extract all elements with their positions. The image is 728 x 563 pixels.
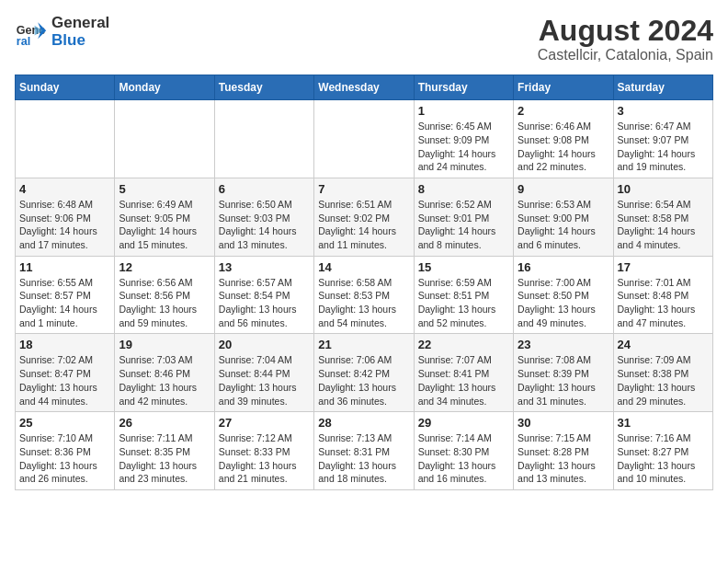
day-number: 26	[119, 416, 210, 430]
day-info: Sunrise: 7:09 AM Sunset: 8:38 PM Dayligh…	[618, 353, 709, 408]
calendar-cell: 27Sunrise: 7:12 AM Sunset: 8:33 PM Dayli…	[214, 412, 313, 490]
day-info: Sunrise: 6:45 AM Sunset: 9:09 PM Dayligh…	[418, 120, 509, 174]
calendar-cell	[314, 100, 414, 178]
calendar-cell: 13Sunrise: 6:57 AM Sunset: 8:54 PM Dayli…	[214, 256, 313, 334]
day-number: 4	[19, 182, 110, 196]
calendar-week-row: 1Sunrise: 6:45 AM Sunset: 9:09 PM Daylig…	[16, 100, 713, 178]
page-title: August 2024	[538, 15, 713, 47]
calendar-cell: 30Sunrise: 7:15 AM Sunset: 8:28 PM Dayli…	[514, 412, 613, 490]
day-number: 24	[618, 338, 709, 351]
weekday-header: Sunday	[16, 75, 115, 100]
calendar-cell: 6Sunrise: 6:50 AM Sunset: 9:03 PM Daylig…	[214, 178, 313, 256]
day-info: Sunrise: 7:15 AM Sunset: 8:28 PM Dayligh…	[518, 431, 609, 486]
day-info: Sunrise: 7:14 AM Sunset: 8:30 PM Dayligh…	[418, 431, 509, 486]
day-info: Sunrise: 6:49 AM Sunset: 9:05 PM Dayligh…	[119, 198, 210, 252]
day-info: Sunrise: 6:47 AM Sunset: 9:07 PM Dayligh…	[618, 120, 709, 174]
calendar-cell: 12Sunrise: 6:56 AM Sunset: 8:56 PM Dayli…	[115, 256, 214, 334]
day-number: 16	[518, 260, 609, 274]
logo-line1: General	[51, 15, 109, 32]
day-number: 5	[119, 182, 210, 196]
calendar-cell: 8Sunrise: 6:52 AM Sunset: 9:01 PM Daylig…	[414, 178, 513, 256]
day-info: Sunrise: 7:10 AM Sunset: 8:36 PM Dayligh…	[19, 431, 110, 486]
day-info: Sunrise: 6:53 AM Sunset: 9:00 PM Dayligh…	[518, 198, 609, 252]
day-number: 22	[418, 338, 509, 351]
day-info: Sunrise: 7:00 AM Sunset: 8:50 PM Dayligh…	[518, 276, 609, 330]
logo: Gene ral General Blue	[15, 15, 109, 49]
day-number: 23	[518, 338, 609, 351]
day-number: 10	[618, 182, 709, 196]
calendar-cell: 7Sunrise: 6:51 AM Sunset: 9:02 PM Daylig…	[314, 178, 414, 256]
day-number: 6	[219, 182, 310, 196]
day-info: Sunrise: 6:51 AM Sunset: 9:02 PM Dayligh…	[318, 198, 409, 252]
svg-text:ral: ral	[17, 35, 30, 48]
calendar-cell: 1Sunrise: 6:45 AM Sunset: 9:09 PM Daylig…	[414, 100, 513, 178]
calendar-cell: 22Sunrise: 7:07 AM Sunset: 8:41 PM Dayli…	[414, 334, 513, 412]
title-block: August 2024 Castellcir, Catalonia, Spain	[538, 15, 713, 63]
calendar-cell: 10Sunrise: 6:54 AM Sunset: 8:58 PM Dayli…	[613, 178, 712, 256]
day-number: 25	[19, 416, 110, 430]
weekday-header: Tuesday	[214, 75, 313, 100]
calendar-cell: 23Sunrise: 7:08 AM Sunset: 8:39 PM Dayli…	[514, 334, 613, 412]
calendar-cell: 26Sunrise: 7:11 AM Sunset: 8:35 PM Dayli…	[115, 412, 214, 490]
day-info: Sunrise: 6:50 AM Sunset: 9:03 PM Dayligh…	[219, 198, 310, 252]
calendar-cell: 25Sunrise: 7:10 AM Sunset: 8:36 PM Dayli…	[16, 412, 115, 490]
day-number: 21	[318, 338, 409, 351]
day-number: 11	[19, 260, 110, 274]
logo-icon: Gene ral	[15, 16, 48, 49]
weekday-header: Wednesday	[314, 75, 414, 100]
day-info: Sunrise: 6:54 AM Sunset: 8:58 PM Dayligh…	[618, 198, 709, 252]
day-number: 28	[318, 416, 409, 430]
day-number: 17	[618, 260, 709, 274]
day-number: 13	[219, 260, 310, 274]
logo-line2: Blue	[51, 32, 109, 50]
day-info: Sunrise: 7:12 AM Sunset: 8:33 PM Dayligh…	[219, 431, 310, 486]
calendar-cell: 16Sunrise: 7:00 AM Sunset: 8:50 PM Dayli…	[514, 256, 613, 334]
calendar-week-row: 4Sunrise: 6:48 AM Sunset: 9:06 PM Daylig…	[16, 178, 713, 256]
day-info: Sunrise: 7:07 AM Sunset: 8:41 PM Dayligh…	[418, 353, 509, 408]
day-number: 29	[418, 416, 509, 430]
calendar-cell: 14Sunrise: 6:58 AM Sunset: 8:53 PM Dayli…	[314, 256, 414, 334]
page-subtitle: Castellcir, Catalonia, Spain	[538, 47, 713, 63]
day-info: Sunrise: 6:48 AM Sunset: 9:06 PM Dayligh…	[19, 198, 110, 252]
calendar-cell: 17Sunrise: 7:01 AM Sunset: 8:48 PM Dayli…	[613, 256, 712, 334]
day-number: 7	[318, 182, 409, 196]
calendar-cell: 2Sunrise: 6:46 AM Sunset: 9:08 PM Daylig…	[514, 100, 613, 178]
day-info: Sunrise: 7:04 AM Sunset: 8:44 PM Dayligh…	[219, 353, 310, 408]
day-number: 8	[418, 182, 509, 196]
calendar-cell	[214, 100, 313, 178]
calendar-cell: 19Sunrise: 7:03 AM Sunset: 8:46 PM Dayli…	[115, 334, 214, 412]
day-info: Sunrise: 6:55 AM Sunset: 8:57 PM Dayligh…	[19, 276, 110, 330]
weekday-header: Friday	[514, 75, 613, 100]
calendar-cell: 20Sunrise: 7:04 AM Sunset: 8:44 PM Dayli…	[214, 334, 313, 412]
calendar-cell: 15Sunrise: 6:59 AM Sunset: 8:51 PM Dayli…	[414, 256, 513, 334]
calendar-cell: 9Sunrise: 6:53 AM Sunset: 9:00 PM Daylig…	[514, 178, 613, 256]
calendar-cell: 11Sunrise: 6:55 AM Sunset: 8:57 PM Dayli…	[16, 256, 115, 334]
calendar-cell: 21Sunrise: 7:06 AM Sunset: 8:42 PM Dayli…	[314, 334, 414, 412]
day-number: 20	[219, 338, 310, 351]
day-number: 9	[518, 182, 609, 196]
day-number: 12	[119, 260, 210, 274]
calendar-cell	[115, 100, 214, 178]
day-number: 3	[618, 104, 709, 118]
day-number: 30	[518, 416, 609, 430]
page-header: Gene ral General Blue August 2024 Castel…	[15, 15, 713, 63]
calendar-cell: 28Sunrise: 7:13 AM Sunset: 8:31 PM Dayli…	[314, 412, 414, 490]
calendar-cell: 4Sunrise: 6:48 AM Sunset: 9:06 PM Daylig…	[16, 178, 115, 256]
calendar-cell: 24Sunrise: 7:09 AM Sunset: 8:38 PM Dayli…	[613, 334, 712, 412]
day-info: Sunrise: 7:16 AM Sunset: 8:27 PM Dayligh…	[618, 431, 709, 486]
day-info: Sunrise: 6:57 AM Sunset: 8:54 PM Dayligh…	[219, 276, 310, 330]
day-info: Sunrise: 7:11 AM Sunset: 8:35 PM Dayligh…	[119, 431, 210, 486]
calendar-week-row: 11Sunrise: 6:55 AM Sunset: 8:57 PM Dayli…	[16, 256, 713, 334]
calendar-week-row: 18Sunrise: 7:02 AM Sunset: 8:47 PM Dayli…	[16, 334, 713, 412]
day-info: Sunrise: 7:06 AM Sunset: 8:42 PM Dayligh…	[318, 353, 409, 408]
day-info: Sunrise: 7:08 AM Sunset: 8:39 PM Dayligh…	[518, 353, 609, 408]
calendar-header-row: SundayMondayTuesdayWednesdayThursdayFrid…	[16, 75, 713, 100]
day-number: 14	[318, 260, 409, 274]
day-info: Sunrise: 7:01 AM Sunset: 8:48 PM Dayligh…	[618, 276, 709, 330]
day-info: Sunrise: 7:02 AM Sunset: 8:47 PM Dayligh…	[19, 353, 110, 408]
calendar-cell: 18Sunrise: 7:02 AM Sunset: 8:47 PM Dayli…	[16, 334, 115, 412]
weekday-header: Thursday	[414, 75, 513, 100]
calendar-cell: 5Sunrise: 6:49 AM Sunset: 9:05 PM Daylig…	[115, 178, 214, 256]
calendar-table: SundayMondayTuesdayWednesdayThursdayFrid…	[15, 75, 713, 490]
day-info: Sunrise: 6:46 AM Sunset: 9:08 PM Dayligh…	[518, 120, 609, 174]
